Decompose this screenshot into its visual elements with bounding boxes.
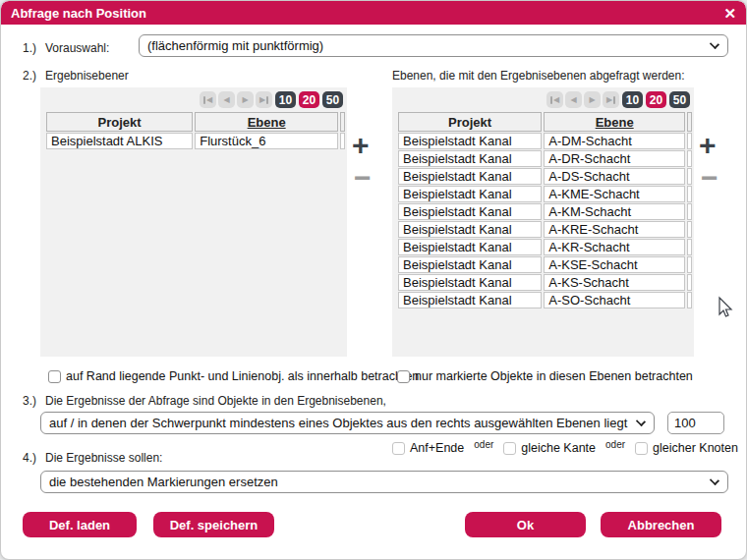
table-cell[interactable]: Beispielstadt Kanal: [398, 186, 542, 202]
close-icon[interactable]: ✕: [723, 6, 736, 21]
gleiche-kante-checkbox[interactable]: [503, 442, 516, 455]
page-size-50[interactable]: 50: [322, 91, 343, 108]
table-row[interactable]: Beispielstadt KanalA-KM-Schacht: [398, 203, 692, 220]
minus-icon[interactable]: −: [701, 163, 718, 193]
chevron-down-icon: [710, 39, 719, 49]
vorauswahl-selected-value: (flächenförmig mit punktförmig): [147, 38, 323, 53]
table-cell[interactable]: A-DM-Schacht: [544, 133, 685, 149]
row-sliver: [687, 203, 692, 220]
abbrechen-button[interactable]: Abbrechen: [601, 512, 721, 537]
border-objects-checkbox[interactable]: [48, 370, 61, 383]
gleiche-kante-label: gleiche Kante: [521, 441, 596, 455]
last-page-icon[interactable]: ▶: [603, 91, 619, 108]
table-cell[interactable]: Beispielstadt Kanal: [398, 274, 542, 291]
row-sliver: [687, 274, 692, 291]
first-page-icon[interactable]: ◀: [200, 91, 216, 108]
table-cell[interactable]: Beispielstadt Kanal: [398, 168, 542, 185]
table-cell[interactable]: A-SO-Schacht: [544, 292, 685, 308]
query-mode-select[interactable]: auf / in denen der Schwerpunkt mindesten…: [40, 412, 655, 434]
section3-label: Die Ergebnisse der Abfrage sind Objekte …: [45, 394, 386, 408]
marked-objects-checkbox[interactable]: [397, 370, 410, 383]
table-row[interactable]: Beispielstadt KanalA-KS-Schacht: [398, 274, 692, 291]
prev-page-icon[interactable]: ◀: [565, 91, 582, 108]
anf-ende-checkbox[interactable]: [392, 442, 405, 455]
table-row[interactable]: Beispielstadt KanalA-DM-Schacht: [398, 133, 692, 149]
dialog-title: Abfrage nach Position: [11, 6, 146, 21]
section2-left-label: Ergebnisebener: [45, 69, 129, 83]
page-size-20[interactable]: 20: [646, 91, 666, 108]
plus-icon[interactable]: +: [352, 131, 370, 160]
table-row[interactable]: Beispielstadt KanalA-KME-Schacht: [398, 186, 692, 202]
chevron-down-icon: [636, 417, 646, 426]
section4-number: 4.): [23, 451, 36, 465]
result-action-select[interactable]: die bestehenden Markierungen ersetzen: [40, 471, 728, 493]
table-cell[interactable]: Beispielstadt Kanal: [398, 239, 542, 255]
border-objects-checkbox-label: auf Rand liegende Punkt- und Linienobj. …: [66, 369, 419, 383]
column-header-ebene[interactable]: Ebene: [544, 112, 685, 132]
def-speichern-button[interactable]: Def. speichern: [153, 512, 274, 537]
ok-button[interactable]: Ok: [465, 512, 586, 537]
minus-icon[interactable]: −: [354, 163, 372, 193]
table-cell[interactable]: Beispielstadt Kanal: [398, 203, 542, 220]
table-cell[interactable]: A-KSE-Schacht: [544, 256, 685, 273]
plus-icon[interactable]: +: [699, 131, 717, 160]
table-cell[interactable]: Beispielstadt ALKIS: [46, 133, 193, 149]
table-cell[interactable]: A-KME-Schacht: [544, 186, 685, 202]
last-page-icon[interactable]: ▶: [256, 91, 272, 108]
column-header-projekt[interactable]: Projekt: [398, 112, 542, 132]
table-row[interactable]: Beispielstadt KanalA-KR-Schacht: [398, 239, 692, 255]
table-cell[interactable]: A-KRE-Schacht: [544, 221, 685, 238]
table-cell[interactable]: Beispielstadt Kanal: [398, 256, 542, 273]
border-objects-checkbox-row: auf Rand liegende Punkt- und Linienobj. …: [48, 369, 419, 383]
table-cell[interactable]: A-DS-Schacht: [544, 168, 685, 185]
table-cell[interactable]: Beispielstadt Kanal: [398, 133, 542, 149]
table-cell[interactable]: Beispielstadt Kanal: [398, 292, 542, 308]
table-cell[interactable]: A-KM-Schacht: [544, 203, 685, 220]
table-cell[interactable]: A-KS-Schacht: [544, 274, 685, 291]
table-row[interactable]: Beispielstadt KanalA-KSE-Schacht: [398, 256, 692, 273]
row-sliver: [340, 133, 345, 149]
table-row[interactable]: Beispielstadt KanalA-DR-Schacht: [398, 150, 692, 167]
row-sliver: [687, 168, 692, 185]
first-page-icon[interactable]: ◀: [546, 91, 563, 108]
def-laden-button[interactable]: Def. laden: [23, 512, 137, 537]
gleicher-knoten-checkbox[interactable]: [635, 442, 648, 455]
header-sliver: [340, 112, 345, 132]
result-layers-panel: ◀ ◀ ▶ ▶ 10 20 50 Projekt Ebene Beispiels…: [40, 87, 347, 357]
column-header-projekt[interactable]: Projekt: [46, 112, 193, 132]
next-page-icon[interactable]: ▶: [237, 91, 254, 108]
section1-number: 1.): [23, 41, 36, 55]
column-header-ebene[interactable]: Ebene: [195, 112, 338, 132]
row-sliver: [687, 150, 692, 167]
chevron-down-icon: [710, 476, 719, 485]
anf-ende-label: Anf+Ende: [410, 441, 464, 455]
row-sliver: [687, 186, 692, 202]
table-header-row: Projekt Ebene: [398, 112, 692, 132]
section1-label: Vorauswahl:: [45, 41, 109, 55]
table-cell[interactable]: Flurstück_6: [195, 133, 338, 149]
page-size-10[interactable]: 10: [275, 91, 296, 108]
row-sliver: [687, 292, 692, 308]
table-row[interactable]: Beispielstadt ALKISFlurstück_6: [46, 133, 345, 149]
page-size-20[interactable]: 20: [299, 91, 319, 108]
cursor-icon: [716, 296, 735, 319]
oder-connector: oder: [605, 439, 625, 450]
vorauswahl-select[interactable]: (flächenförmig mit punktförmig): [139, 34, 728, 57]
table-cell[interactable]: A-KR-Schacht: [544, 239, 685, 255]
row-sliver: [687, 221, 692, 238]
left-pager: ◀ ◀ ▶ ▶ 10 20 50: [200, 91, 343, 108]
tolerance-input[interactable]: [667, 412, 724, 434]
table-cell[interactable]: Beispielstadt Kanal: [398, 150, 542, 167]
section2-right-label: Ebenen, die mit den Ergebnisebenen abgef…: [392, 69, 685, 83]
page-size-10[interactable]: 10: [622, 91, 643, 108]
prev-page-icon[interactable]: ◀: [218, 91, 235, 108]
table-row[interactable]: Beispielstadt KanalA-KRE-Schacht: [398, 221, 692, 238]
table-row[interactable]: Beispielstadt KanalA-DS-Schacht: [398, 168, 692, 185]
next-page-icon[interactable]: ▶: [584, 91, 601, 108]
table-row[interactable]: Beispielstadt KanalA-SO-Schacht: [398, 292, 692, 308]
section4-label: Die Ergebnisse sollen:: [45, 451, 162, 465]
table-cell[interactable]: A-DR-Schacht: [544, 150, 685, 167]
page-size-50[interactable]: 50: [669, 91, 690, 108]
table-cell[interactable]: Beispielstadt Kanal: [398, 221, 542, 238]
query-layers-panel: ◀ ◀ ▶ ▶ 10 20 50 Projekt Ebene Beispiels…: [392, 87, 694, 357]
